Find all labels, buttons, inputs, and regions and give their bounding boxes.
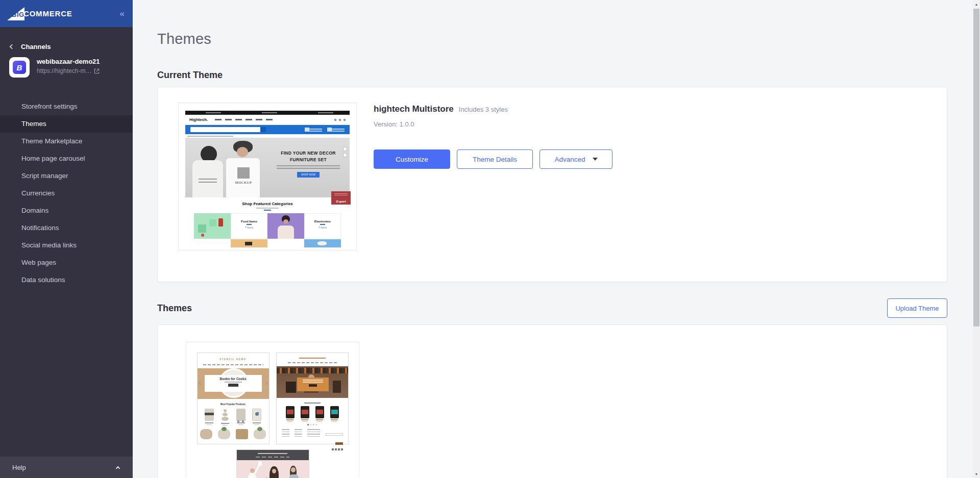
current-theme-name: hightech Multistore	[374, 104, 454, 114]
caret-down-icon	[593, 158, 598, 161]
fashion-hero: Spring Releases	[237, 460, 309, 478]
store-name: webibazaar-demo21	[37, 58, 100, 65]
books-hero-button	[228, 384, 238, 387]
current-theme-styles-note: Includes 3 styles	[459, 106, 508, 113]
preview-shirt-text: MOCKUP	[232, 181, 255, 185]
current-theme-version: Version: 1.0.0	[374, 120, 612, 128]
advanced-button-label: Advanced	[554, 156, 585, 163]
preview-cart-widget	[327, 128, 345, 132]
scroll-up-arrow[interactable]: ▲	[973, 0, 980, 8]
sidebar-item-script-manager[interactable]: Script manager	[0, 167, 133, 185]
coffee-footer	[277, 429, 348, 450]
store-avatar-letter: B	[13, 61, 26, 74]
books-hero-overlay: Books for Cooks	[205, 375, 262, 392]
coffee-brand-bar	[299, 358, 326, 359]
preview-featured-heading: Shop Featured Categories	[185, 202, 350, 206]
preview-category-row: Food Items 7 Items Electronics 7 Items	[194, 213, 341, 239]
sidebar-item-home-page-carousel[interactable]: Home page carousel	[0, 150, 133, 167]
bigcommerce-logo: BIG COMMERCE	[7, 6, 72, 21]
vertical-scrollbar[interactable]: ▲ ▼	[973, 0, 980, 478]
bigcommerce-logo-commerce-text: COMMERCE	[23, 9, 72, 18]
preview-hero-line2: FURNITURE SET	[271, 157, 346, 163]
sidebar-item-notifications[interactable]: Notifications	[0, 219, 133, 237]
store-avatar: B	[9, 57, 30, 78]
preview-hero: MOCKUP FIND YOUR NEW DECOR FURNITURE SET…	[185, 138, 350, 197]
coffee-hero-photo	[277, 366, 348, 398]
cornerstone-shot-fashion: Spring Releases	[236, 449, 309, 478]
sidebar: BIG COMMERCE « Channels B webibazaar-dem…	[0, 0, 133, 478]
preview-featured-section: Shop Featured Categories	[185, 202, 350, 211]
preview-topbar	[185, 111, 350, 115]
sidebar-collapse-icon[interactable]: «	[120, 9, 125, 18]
products-row-2	[198, 429, 269, 439]
chevron-left-icon	[10, 44, 15, 49]
current-theme-thumbnail[interactable]: Hightech.	[178, 103, 357, 250]
preview-expert-badge: Expert	[331, 191, 351, 205]
preview-hero-description	[277, 165, 340, 169]
cornerstone-theme-thumbnail[interactable]: STENCIL DEMO ❮ ❯ Books for Cooks	[186, 342, 359, 478]
themes-section-header: Themes Upload Theme	[157, 298, 947, 318]
preview-navbar: Hightech.	[185, 115, 350, 125]
sidebar-item-domains[interactable]: Domains	[0, 202, 133, 219]
fashion-header	[237, 450, 309, 460]
store-url[interactable]: https://hightech-m…	[37, 67, 91, 74]
sidebar-header: BIG COMMERCE «	[0, 0, 133, 27]
popular-products-heading: Most Popular Products	[198, 403, 269, 406]
current-theme-heading: Current Theme	[157, 70, 947, 81]
preview-nav-icons	[334, 119, 346, 121]
coffee-products-heading-bar	[304, 402, 321, 404]
preview-category-image-sky	[304, 239, 341, 247]
preview-category-row2	[194, 239, 341, 247]
scroll-down-arrow[interactable]: ▼	[973, 470, 980, 478]
sidebar-menu: Storefront settings Themes Theme Marketp…	[0, 98, 133, 289]
sidebar-item-storefront-settings[interactable]: Storefront settings	[0, 98, 133, 115]
preview-person2-face	[237, 147, 248, 157]
preview-featured-subline	[256, 208, 279, 209]
sidebar-item-social-media-links[interactable]: Social media links	[0, 237, 133, 254]
preview-expert-text: Expert	[336, 199, 346, 204]
preview-category-card-food: Food Items 7 Items	[231, 213, 267, 239]
channels-label: Channels	[21, 43, 51, 51]
coffee-bags-row	[277, 406, 348, 422]
preview-search-button	[260, 127, 266, 132]
sidebar-item-theme-marketplace[interactable]: Theme Marketplace	[0, 133, 133, 150]
hightech-preview-image: Hightech.	[185, 111, 350, 242]
scrollbar-thumb[interactable]	[973, 9, 979, 326]
preview-person2-shirt-art	[237, 167, 250, 179]
preview-account-widget	[305, 128, 322, 132]
help-bar[interactable]: Help	[0, 457, 133, 478]
carousel-dots	[277, 424, 348, 425]
preview-nav-links	[215, 119, 276, 120]
sidebar-item-data-solutions[interactable]: Data solutions	[0, 271, 133, 289]
coffee-nav-dashes	[288, 362, 337, 363]
preview-category-card-electronics: Electronics 7 Items	[304, 213, 341, 239]
themes-list-card: STENCIL DEMO ❮ ❯ Books for Cooks	[157, 324, 947, 478]
preview-breadcrumb	[185, 134, 350, 138]
current-theme-info: hightech Multistore Includes 3 styles Ve…	[374, 103, 612, 282]
current-theme-card: Hightech.	[157, 87, 947, 282]
sidebar-item-web-pages[interactable]: Web pages	[0, 254, 133, 271]
cornerstone-books-hero: ❮ ❯ Books for Cooks	[198, 368, 269, 399]
customize-button[interactable]: Customize	[374, 149, 450, 169]
sidebar-item-themes[interactable]: Themes	[0, 115, 133, 133]
theme-details-button[interactable]: Theme Details	[457, 149, 533, 169]
preview-shop-now-button: SHOP NOW	[297, 172, 320, 178]
upload-theme-button[interactable]: Upload Theme	[887, 298, 947, 318]
main-content: Themes Current Theme Hightech.	[133, 0, 973, 478]
bigcommerce-logo-big-text: BIG	[12, 11, 24, 18]
sidebar-item-currencies[interactable]: Currencies	[0, 185, 133, 202]
store-text: webibazaar-demo21 https://hightech-m…	[37, 57, 100, 74]
cornerstone-brand-text: STENCIL DEMO	[198, 358, 269, 361]
coffee-shelf-graphic	[277, 368, 348, 373]
store-url-row[interactable]: https://hightech-m…	[37, 67, 100, 74]
back-to-channels[interactable]: Channels	[10, 43, 51, 51]
preview-category-image-food	[194, 213, 231, 239]
store-block: B webibazaar-demo21 https://hightech-m…	[9, 57, 100, 78]
advanced-button[interactable]: Advanced	[540, 149, 612, 169]
cornerstone-shot-books: STENCIL DEMO ❮ ❯ Books for Cooks	[197, 353, 270, 444]
preview-slider-controls	[343, 147, 347, 157]
preview-hero-line1: FIND YOUR NEW DECOR	[271, 150, 346, 157]
chevron-up-icon	[116, 466, 120, 470]
preview-person1-shirt-print	[199, 178, 217, 183]
external-link-icon[interactable]	[94, 68, 100, 74]
